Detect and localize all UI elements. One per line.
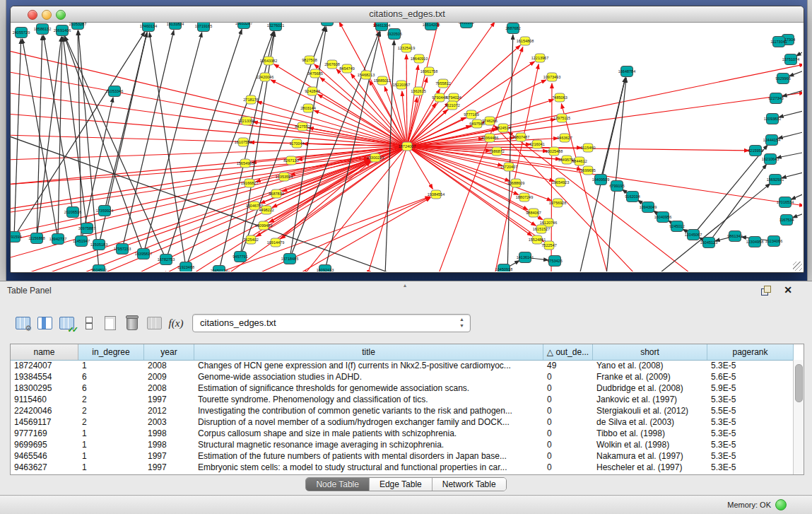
citation-edge-red[interactable]: [11, 71, 407, 146]
citation-edge-black[interactable]: [606, 78, 626, 271]
graph-node-label: 1920506: [387, 32, 401, 36]
citation-edge-black[interactable]: [792, 213, 802, 218]
table-row[interactable]: 946362711997Embryonic stem cells: a mode…: [11, 462, 794, 473]
citation-edge-black[interactable]: [105, 33, 147, 211]
citation-edge-black[interactable]: [14, 32, 145, 237]
citation-edge-red[interactable]: [11, 93, 407, 146]
graph-node-label: 11451947: [73, 239, 90, 243]
citation-edge-black[interactable]: [791, 193, 802, 199]
row-height-icon[interactable]: [78, 313, 98, 333]
citation-edge-black[interactable]: [796, 50, 802, 56]
citation-edge-red[interactable]: [271, 80, 407, 146]
citation-edge-red[interactable]: [318, 95, 407, 146]
citation-edge-black[interactable]: [782, 172, 802, 178]
window-titlebar[interactable]: citations_edges.txt: [11, 6, 804, 23]
table-row[interactable]: 911546021997Tourette syndrome. Phenomeno…: [11, 394, 794, 405]
vertical-scrollbar[interactable]: [793, 360, 804, 474]
table-row[interactable]: 1938455462009Genome-wide association stu…: [11, 371, 794, 382]
column-header-name[interactable]: name: [11, 344, 78, 360]
graph-node-label: 9824514: [495, 126, 510, 130]
tab-node-table[interactable]: Node Table: [306, 478, 370, 491]
cell-name: 19384554: [11, 371, 78, 382]
delete-table-icon[interactable]: [122, 313, 142, 333]
table-settings-icon[interactable]: ⚙: [13, 313, 33, 333]
graph-node-label: 10653287: [235, 23, 252, 25]
graph-node-label: 17359924: [96, 209, 113, 213]
column-header-short[interactable]: short: [593, 344, 707, 360]
citation-edge-red[interactable]: [561, 104, 608, 271]
graph-node-label: 9844612: [572, 159, 587, 163]
citation-edge-red[interactable]: [508, 132, 693, 271]
citation-edge-black[interactable]: [778, 132, 802, 139]
graph-node-label: 30975887: [78, 226, 95, 230]
graph-node-label: 12213967: [531, 56, 548, 60]
column-header-title[interactable]: title: [194, 344, 543, 360]
table-panel: ▴ Table Panel ✕ ⚙ ✓✓ f(x) citations_edge…: [0, 281, 812, 496]
citation-edge-red[interactable]: [407, 23, 495, 146]
table-body: 1872400712008Changes of HCN gene express…: [11, 360, 794, 474]
graph-node-label: 19756928: [549, 201, 566, 205]
left-panel-edge: [0, 0, 6, 281]
table-row[interactable]: 1456911722003Disruption of a novel membe…: [11, 416, 794, 428]
graph-node-label: 22420046: [257, 75, 273, 79]
table-row[interactable]: 1872400712008Changes of HCN gene express…: [11, 360, 794, 371]
graph-node-label: 8427552: [295, 124, 310, 129]
citation-edge-red[interactable]: [406, 54, 407, 146]
table-selector-dropdown[interactable]: citations_edges.txt ▲▼: [192, 314, 471, 332]
citation-edge-red[interactable]: [297, 198, 430, 271]
column-header-in_degree[interactable]: in_degree: [78, 344, 144, 360]
graph-node[interactable]: [322, 23, 334, 26]
graph-node-label: 16782753: [158, 257, 175, 262]
select-columns-icon[interactable]: ✓✓: [57, 313, 76, 333]
citation-edge-red[interactable]: [407, 93, 802, 146]
citation-edge-red[interactable]: [407, 64, 802, 146]
graph-node-label: 15654985: [237, 161, 254, 165]
citation-edge-black[interactable]: [149, 33, 186, 267]
citation-edge-black[interactable]: [601, 78, 625, 180]
citation-edge-black[interactable]: [789, 70, 802, 76]
show-columns-icon[interactable]: [35, 313, 54, 333]
citation-edge-black[interactable]: [58, 37, 62, 239]
citation-edge-red[interactable]: [163, 146, 407, 271]
citation-edge-red[interactable]: [257, 102, 407, 146]
citation-edge-black[interactable]: [777, 152, 802, 158]
close-icon[interactable]: ✕: [784, 284, 792, 296]
citation-edge-black[interactable]: [507, 35, 513, 271]
cell-year: 2003: [144, 416, 194, 428]
new-table-icon[interactable]: [100, 313, 120, 333]
column-header-year[interactable]: year: [144, 344, 194, 360]
table-row[interactable]: 969969511998Structural magnetic resonanc…: [11, 439, 794, 450]
table-row[interactable]: 2242004622012Investigating the contribut…: [11, 405, 794, 416]
network-canvas[interactable]: 2405572918586132206914062105328717460134…: [11, 23, 802, 271]
cell-year: 2008: [144, 382, 194, 394]
graph-node-label: 18640910: [411, 57, 428, 61]
scrollbar-thumb[interactable]: [795, 364, 803, 402]
citation-edge-red[interactable]: [407, 146, 554, 181]
citation-edge-red[interactable]: [407, 23, 438, 146]
citation-edge-red[interactable]: [407, 65, 418, 146]
table-row[interactable]: 977716911998Corpus callosum shape and si…: [11, 428, 794, 439]
graph-node-label: 3475685: [307, 71, 322, 76]
column-header-out_de[interactable]: △ out_de...: [543, 344, 593, 360]
column-header-pagerank[interactable]: pagerank: [707, 344, 794, 360]
citation-edge-black[interactable]: [143, 33, 202, 254]
citation-edge-black[interactable]: [693, 145, 767, 235]
memory-status-label: Memory: OK: [727, 501, 771, 509]
cell-year: 1997: [144, 394, 194, 405]
citation-edge-black[interactable]: [779, 110, 802, 117]
citation-edge-red[interactable]: [11, 146, 407, 259]
tab-edge-table[interactable]: Edge Table: [370, 478, 433, 491]
cell-title: Corpus callosum shape and size in male p…: [194, 428, 543, 439]
panel-splitter-handle[interactable]: ▴: [404, 282, 406, 288]
cell-in_degree: 1: [78, 360, 144, 371]
table-row[interactable]: 946554611997Estimation of the future num…: [11, 450, 794, 462]
float-window-icon[interactable]: [761, 286, 771, 296]
graph-node-label: 1170044: [289, 141, 304, 146]
table-row[interactable]: 1830029562008Estimation of significance …: [11, 382, 794, 394]
function-builder-icon[interactable]: f(x): [166, 313, 186, 333]
memory-ok-indicator[interactable]: [775, 499, 787, 510]
window-resize-grip[interactable]: [793, 262, 802, 271]
graph-node-label: 20691406: [54, 28, 71, 33]
tab-network-table[interactable]: Network Table: [433, 478, 506, 491]
graph-node-label: 20450124: [211, 269, 228, 271]
